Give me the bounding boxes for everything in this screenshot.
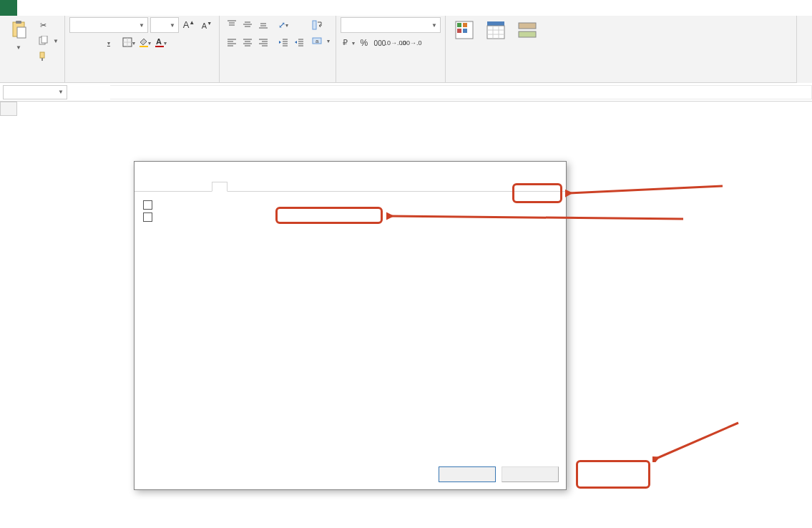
orientation-icon: ⤢ [278, 20, 285, 30]
align-left-button[interactable] [224, 35, 240, 51]
ok-button[interactable] [439, 466, 496, 482]
paste-button[interactable]: ▼ [4, 17, 33, 52]
table-icon [484, 19, 507, 41]
wrap-text-icon [311, 19, 323, 31]
dialog-tab-fill[interactable] [197, 182, 212, 191]
brush-icon [37, 51, 49, 62]
dialog-tab-number[interactable] [140, 182, 155, 191]
underline-button[interactable]: ▾ [101, 35, 117, 51]
format-cells-dialog [134, 161, 567, 490]
number-format-combo[interactable]: ▼ [341, 17, 441, 33]
tab-formulas[interactable] [69, 0, 86, 16]
currency-button[interactable]: ₽▾ [341, 35, 356, 51]
svg-rect-49 [463, 29, 467, 33]
formula-input[interactable] [110, 85, 812, 99]
svg-line-58 [569, 186, 723, 193]
help-button[interactable] [522, 165, 542, 179]
format-painter-button[interactable] [36, 49, 60, 64]
chevron-down-icon: ▼ [139, 22, 145, 29]
font-size-combo[interactable]: ▼ [150, 17, 179, 33]
chevron-down-icon: ▼ [58, 89, 64, 95]
dialog-titlebar[interactable] [134, 162, 566, 182]
merge-icon: a [311, 35, 323, 47]
tab-review[interactable] [103, 0, 120, 16]
group-styles [446, 16, 546, 82]
increase-font-icon: A▲ [183, 19, 195, 30]
align-top-button[interactable] [224, 17, 240, 33]
group-clipboard: ▼ ✂ ▼ [0, 16, 65, 82]
tab-view[interactable] [120, 0, 137, 16]
tab-page-layout[interactable] [52, 0, 69, 16]
svg-rect-51 [487, 26, 504, 39]
svg-rect-56 [519, 23, 536, 29]
cut-button[interactable]: ✂ [36, 17, 60, 33]
increase-indent-button[interactable] [291, 35, 307, 51]
chevron-down-icon: ▾ [352, 40, 355, 47]
decrease-decimal-button[interactable]: .00→.0 [403, 35, 419, 51]
orientation-button[interactable]: ⤢▾ [275, 17, 291, 33]
chevron-down-icon: ▼ [170, 22, 175, 29]
group-number: ▼ ₽▾ % 000 .0→.00 .00→.0 [336, 16, 446, 82]
borders-button[interactable]: ▾ [121, 35, 137, 51]
hidden-checkbox[interactable] [143, 211, 557, 223]
wrap-text-button[interactable] [310, 17, 331, 33]
svg-rect-9 [140, 46, 148, 47]
percent-button[interactable]: % [356, 35, 372, 51]
svg-rect-57 [519, 31, 536, 37]
align-bottom-icon [258, 19, 268, 31]
group-font-label [69, 79, 215, 82]
align-bottom-button[interactable] [255, 17, 271, 33]
merge-center-button[interactable]: a ▾ [310, 33, 331, 49]
tab-insert[interactable] [34, 0, 52, 16]
copy-icon [37, 35, 49, 47]
svg-rect-4 [41, 36, 47, 43]
align-right-icon [258, 37, 268, 49]
fill-color-button[interactable]: ▾ [137, 35, 152, 51]
chevron-down-icon: ▾ [164, 40, 167, 47]
decrease-indent-button[interactable] [275, 35, 291, 51]
increase-font-button[interactable]: A▲ [181, 17, 197, 33]
svg-rect-5 [40, 52, 44, 58]
comma-icon: 000 [374, 39, 386, 47]
dialog-body [134, 192, 566, 235]
chevron-down-icon: ▼ [431, 22, 437, 29]
chevron-down-icon: ▾ [285, 22, 288, 29]
italic-button[interactable] [85, 35, 101, 51]
svg-rect-46 [457, 23, 461, 27]
dialog-tab-font[interactable] [169, 182, 183, 191]
align-middle-button[interactable] [240, 17, 255, 33]
select-all-corner[interactable] [0, 102, 17, 116]
ribbon: ▼ ✂ ▼ ▼ [0, 16, 812, 83]
formula-bar: ▼ [0, 83, 812, 102]
font-color-button[interactable]: A▾ [152, 35, 168, 51]
decrease-font-button[interactable]: A▼ [199, 17, 215, 33]
cell-styles-button[interactable] [513, 17, 542, 44]
svg-text:a: a [315, 38, 319, 44]
bold-button[interactable] [69, 35, 85, 51]
conditional-formatting-button[interactable] [450, 17, 479, 44]
locked-checkbox[interactable] [143, 199, 557, 211]
dialog-tab-border[interactable] [183, 182, 197, 191]
decrease-decimal-icon: .00→.0 [401, 39, 421, 47]
align-middle-icon [243, 19, 253, 31]
paste-icon [7, 19, 30, 41]
svg-rect-50 [487, 21, 504, 26]
scissors-icon: ✂ [37, 19, 49, 31]
svg-rect-2 [17, 27, 26, 38]
file-tab[interactable] [0, 0, 17, 16]
tab-data[interactable] [86, 0, 103, 16]
arrow-press-ok [652, 419, 760, 462]
close-button[interactable] [542, 165, 562, 179]
align-center-button[interactable] [240, 35, 255, 51]
dialog-tab-protection[interactable] [212, 182, 228, 192]
group-clipboard-label [4, 79, 60, 82]
align-right-button[interactable] [255, 35, 271, 51]
tab-home[interactable] [17, 0, 34, 16]
name-box[interactable]: ▼ [3, 85, 67, 99]
svg-rect-48 [457, 29, 461, 33]
dialog-tab-alignment[interactable] [155, 182, 169, 191]
format-as-table-button[interactable] [481, 17, 510, 44]
cancel-button[interactable] [502, 466, 559, 482]
font-name-combo[interactable]: ▼ [69, 17, 148, 33]
copy-button[interactable]: ▼ [36, 33, 60, 49]
